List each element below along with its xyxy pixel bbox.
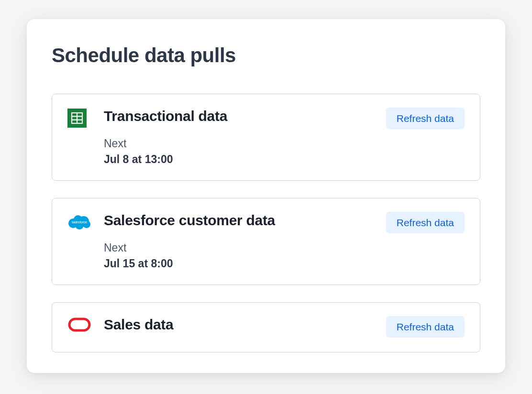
oracle-icon bbox=[67, 317, 87, 336]
data-pulls-list: Transactional data Next Jul 8 at 13:00 R… bbox=[52, 94, 480, 352]
refresh-button[interactable]: Refresh data bbox=[386, 108, 465, 129]
refresh-button[interactable]: Refresh data bbox=[386, 316, 465, 338]
data-pull-header: Sales data Refresh data bbox=[67, 316, 465, 338]
data-pull-name: Transactional data bbox=[104, 108, 371, 125]
data-source-icon-wrap: salesforce bbox=[67, 212, 89, 232]
data-pull-item: Transactional data Next Jul 8 at 13:00 R… bbox=[52, 94, 480, 181]
data-pull-item: Sales data Refresh data bbox=[52, 302, 480, 352]
data-pull-name: Sales data bbox=[104, 316, 371, 333]
next-run-value: Jul 15 at 8:00 bbox=[104, 257, 371, 270]
page-title: Schedule data pulls bbox=[52, 44, 480, 67]
salesforce-icon: salesforce bbox=[67, 213, 87, 232]
schedule-card: Schedule data pulls bbox=[27, 19, 505, 373]
data-pull-header: salesforce Salesforce customer data Next… bbox=[67, 212, 465, 270]
svg-rect-11 bbox=[69, 319, 89, 330]
data-pull-item: salesforce Salesforce customer data Next… bbox=[52, 198, 480, 285]
data-source-icon-wrap bbox=[67, 108, 89, 128]
next-run-value: Jul 8 at 13:00 bbox=[104, 153, 371, 166]
data-pull-name: Salesforce customer data bbox=[104, 212, 371, 229]
svg-text:salesforce: salesforce bbox=[72, 220, 87, 224]
sheets-icon bbox=[67, 109, 87, 128]
next-label: Next bbox=[104, 137, 371, 150]
data-pull-header: Transactional data Next Jul 8 at 13:00 R… bbox=[67, 108, 465, 166]
next-label: Next bbox=[104, 241, 371, 254]
refresh-button[interactable]: Refresh data bbox=[386, 212, 465, 233]
data-source-icon-wrap bbox=[67, 316, 89, 336]
